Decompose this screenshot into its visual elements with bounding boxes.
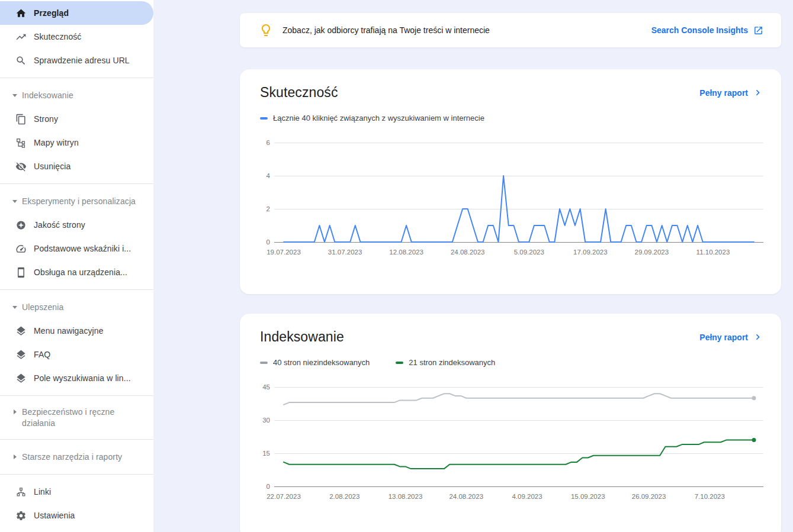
sidebar-item-label: Strony [34, 114, 58, 124]
legend-item-indexed: 21 stron zindeksowanych [396, 358, 495, 367]
performance-x-axis: 19.07.202331.07.202312.08.202324.08.2023… [274, 242, 763, 257]
pages-copy-icon [15, 113, 27, 125]
sidebar-divider [0, 439, 153, 440]
sidebar-item-label: Mapy witryn [34, 138, 79, 147]
sidebar-item-page-experience[interactable]: Jakość strony [0, 213, 153, 237]
legend-swatch-blue [260, 117, 268, 120]
legend-label: Łącznie 40 kliknięć związanych z wyszuki… [273, 114, 484, 122]
indexing-card-title: Indeksowanie [260, 329, 344, 345]
sidebar-item-removals[interactable]: Usunięcia [0, 154, 153, 178]
sidebar-section-enhancements[interactable]: Ulepszenia [0, 295, 153, 319]
sidebar-section-label: Starsze narzędzia i raporty [22, 452, 122, 463]
sidebar-item-label: Jakość strony [34, 220, 85, 230]
indexing-x-axis: 22.07.20232.08.202313.08.202324.08.20234… [274, 486, 763, 502]
sidebar-section-label: Bezpieczeństwo i ręczne działania [22, 407, 138, 429]
performance-legend: Łącznie 40 kliknięć związanych z wyszuki… [260, 114, 763, 122]
performance-chart: 0246 19.07.202331.07.202312.08.202324.08… [260, 143, 763, 257]
sidebar-divider [0, 183, 153, 184]
layers-icon [15, 372, 27, 384]
sidebar-item-label: Pole wyszukiwania w lin... [34, 373, 131, 383]
sidebar-item-settings[interactable]: Ustawienia [0, 504, 153, 527]
sidebar-divider [0, 395, 153, 396]
layers-icon [15, 325, 27, 337]
layers-icon [15, 349, 27, 360]
performance-full-report-link[interactable]: Pełny raport [699, 87, 763, 98]
performance-plot-area [274, 143, 763, 242]
performance-card: Skuteczność Pełny raport Łącznie 40 klik… [240, 69, 781, 294]
home-icon [15, 7, 27, 19]
sidebar-divider [0, 289, 153, 290]
sidebar-item-links[interactable]: Linki [0, 480, 153, 504]
sidebar-item-performance[interactable]: Skuteczność [0, 25, 153, 49]
sidebar-item-overview[interactable]: Przegląd [0, 1, 153, 25]
sidebar-item-faq[interactable]: FAQ [0, 343, 153, 366]
gear-icon [15, 510, 27, 521]
performance-card-title: Skuteczność [260, 85, 338, 101]
performance-y-axis: 0246 [260, 143, 274, 257]
sidebar-section-label: Ulepszenia [22, 302, 63, 313]
sidebar-item-label: Obsługa na urządzenia... [34, 267, 127, 277]
insights-banner: Zobacz, jak odbiorcy trafiają na Twoje t… [240, 13, 781, 47]
sidebar-item-label: Linki [34, 487, 51, 496]
chevron-right-icon [752, 87, 763, 98]
chevron-down-icon [12, 200, 18, 203]
chevron-right-icon [12, 410, 18, 414]
links-graph-icon [15, 486, 27, 498]
sidebar-item-label: Ustawienia [34, 511, 75, 520]
open-in-new-icon [753, 25, 763, 36]
lightbulb-icon [259, 23, 273, 37]
chevron-right-icon [12, 454, 18, 459]
sidebar-divider [0, 474, 153, 475]
indexing-y-axis: 0153045 [260, 387, 274, 502]
sitemap-tree-icon [15, 137, 27, 149]
sidebar-item-pages[interactable]: Strony [0, 107, 153, 131]
visibility-off-icon [15, 160, 27, 172]
sidebar-section-security-manual-actions[interactable]: Bezpieczeństwo i ręczne działania [0, 401, 153, 434]
sidebar-item-label: Usunięcia [34, 162, 70, 171]
sidebar-item-label: Sprawdzenie adresu URL [34, 56, 130, 65]
legend-label: 40 stron niezindeksowanych [273, 358, 370, 367]
sidebar-item-label: Przegląd [34, 8, 69, 18]
indexing-card: Indeksowanie Pełny raport 40 stron niezi… [240, 314, 781, 532]
link-label: Search Console Insights [651, 25, 748, 35]
indexing-legend: 40 stron niezindeksowanych 21 stron zind… [260, 358, 763, 367]
legend-item-clicks: Łącznie 40 kliknięć związanych z wyszuki… [260, 114, 484, 122]
sidebar-item-label: Menu nawigacyjne [34, 326, 104, 336]
chevron-right-icon [752, 331, 763, 343]
sidebar-section-experiments[interactable]: Eksperymenty i personalizacja [0, 189, 153, 213]
sidebar-item-core-web-vitals[interactable]: Podstawowe wskaźniki i... [0, 237, 153, 260]
sidebar-item-label: FAQ [34, 350, 50, 359]
sidebar-item-breadcrumbs[interactable]: Menu nawigacyjne [0, 319, 153, 343]
legend-item-not-indexed: 40 stron niezindeksowanych [260, 358, 370, 367]
sidebar-divider [0, 78, 153, 78]
sidebar-section-indexing[interactable]: Indeksowanie [0, 83, 153, 107]
sidebar-section-legacy-tools[interactable]: Starsze narzędzia i raporty [0, 445, 153, 469]
sidebar-item-sitemaps[interactable]: Mapy witryn [0, 131, 153, 154]
legend-swatch-green [396, 362, 403, 364]
search-icon [15, 54, 27, 66]
search-console-insights-link[interactable]: Search Console Insights [651, 25, 763, 36]
link-label: Pełny raport [699, 88, 748, 98]
indexing-full-report-link[interactable]: Pełny raport [699, 331, 763, 343]
sidebar-item-label: Podstawowe wskaźniki i... [34, 244, 131, 253]
page-experience-icon [15, 219, 27, 231]
banner-text: Zobacz, jak odbiorcy trafiają na Twoje t… [282, 25, 490, 35]
chevron-down-icon [12, 306, 18, 309]
indexing-plot-area [274, 387, 763, 486]
sidebar-section-label: Eksperymenty i personalizacja [22, 196, 136, 207]
link-label: Pełny raport [699, 333, 748, 342]
legend-label: 21 stron zindeksowanych [409, 358, 495, 367]
sidebar-item-label: Skuteczność [34, 32, 81, 41]
sidebar-item-url-inspection[interactable]: Sprawdzenie adresu URL [0, 49, 153, 72]
indexing-chart: 0153045 22.07.20232.08.202313.08.202324.… [260, 387, 763, 502]
chevron-down-icon [12, 94, 18, 97]
legend-swatch-gray [260, 362, 268, 364]
smartphone-icon [15, 266, 27, 278]
speedometer-icon [15, 243, 27, 254]
trending-up-icon [15, 31, 27, 43]
main-content: Zobacz, jak odbiorcy trafiają na Twoje t… [153, 0, 793, 532]
sidebar: Przegląd Skuteczność Sprawdzenie adresu … [0, 0, 153, 532]
sidebar-section-label: Indeksowanie [22, 90, 73, 101]
sidebar-item-mobile-usability[interactable]: Obsługa na urządzenia... [0, 260, 153, 284]
sidebar-item-sitelinks-searchbox[interactable]: Pole wyszukiwania w lin... [0, 366, 153, 390]
